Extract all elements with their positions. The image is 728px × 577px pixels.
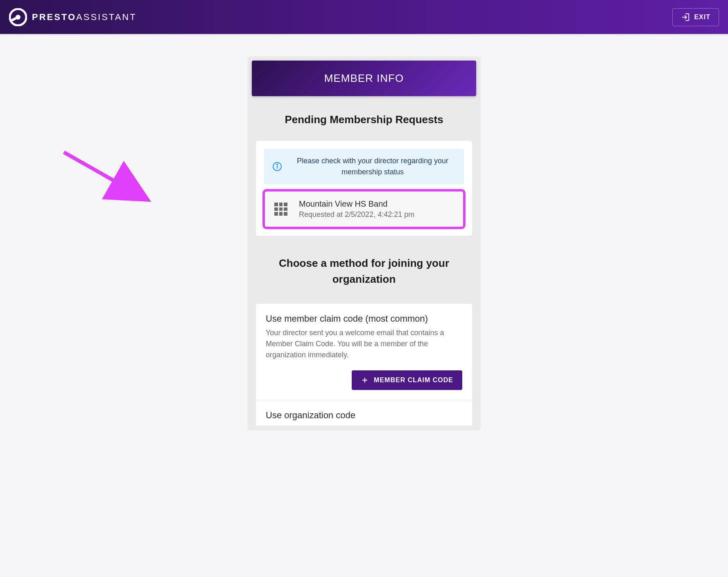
- pending-requests-title: Pending Membership Requests: [252, 113, 476, 126]
- claim-code-section: Use member claim code (most common) Your…: [256, 304, 472, 400]
- app-header: PRESTOASSISTANT EXIT: [0, 0, 728, 34]
- pending-org-item: Mountain View HS Band Requested at 2/5/2…: [264, 191, 464, 228]
- pending-requests-box: Please check with your director regardin…: [256, 141, 472, 236]
- claim-code-heading: Use member claim code (most common): [266, 313, 462, 324]
- member-info-card: MEMBER INFO Pending Membership Requests …: [248, 56, 480, 430]
- org-code-section: Use organization code: [256, 400, 472, 426]
- presto-logo-icon: [9, 8, 27, 26]
- info-banner: Please check with your director regardin…: [264, 149, 464, 184]
- brand-text-bold: PRESTO: [32, 12, 76, 22]
- info-icon: [272, 162, 282, 171]
- plus-icon: [361, 376, 369, 384]
- apps-grid-icon: [274, 203, 287, 216]
- member-claim-code-button[interactable]: MEMBER CLAIM CODE: [352, 370, 462, 390]
- svg-point-4: [277, 164, 278, 165]
- exit-button-label: EXIT: [694, 14, 710, 21]
- exit-icon: [681, 13, 690, 22]
- exit-button[interactable]: EXIT: [672, 8, 719, 26]
- brand-logo: PRESTOASSISTANT: [9, 8, 137, 26]
- card-title: MEMBER INFO: [252, 61, 476, 96]
- main-content: MEMBER INFO Pending Membership Requests …: [0, 34, 728, 430]
- member-claim-code-label: MEMBER CLAIM CODE: [374, 376, 453, 384]
- org-name: Mountain View HS Band: [299, 199, 414, 209]
- brand-text-light: ASSISTANT: [76, 12, 137, 22]
- info-banner-text: Please check with your director regardin…: [289, 156, 456, 178]
- org-code-heading: Use organization code: [266, 410, 462, 421]
- claim-code-action-row: MEMBER CLAIM CODE: [266, 370, 462, 390]
- join-method-title: Choose a method for joining your organiz…: [264, 255, 464, 287]
- org-details: Mountain View HS Band Requested at 2/5/2…: [299, 199, 414, 219]
- org-requested-time: Requested at 2/5/2022, 4:42:21 pm: [299, 210, 414, 219]
- brand-text: PRESTOASSISTANT: [32, 12, 137, 23]
- claim-code-desc: Your director sent you a welcome email t…: [266, 327, 462, 361]
